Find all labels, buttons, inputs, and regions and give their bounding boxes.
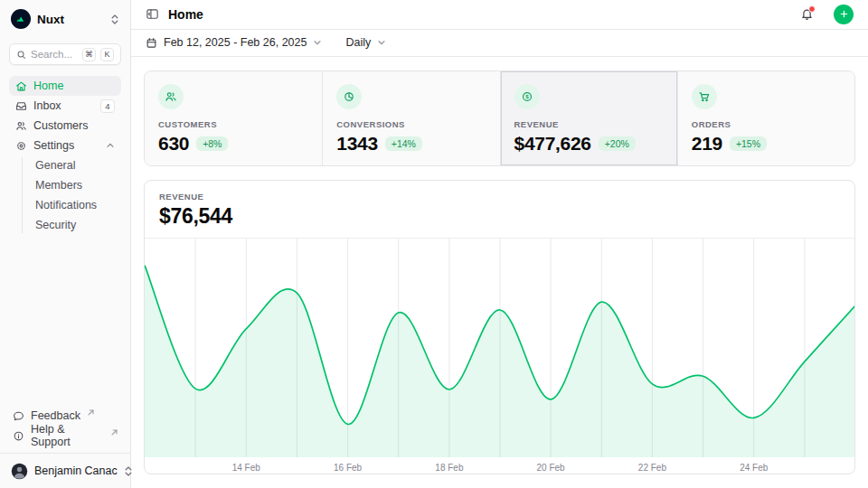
chevron-up-icon (106, 141, 115, 150)
date-range-picker[interactable]: Feb 12, 2025 - Feb 26, 2025 (146, 36, 322, 49)
x-axis-tick-label: 20 Feb (537, 463, 566, 473)
plus-icon (839, 9, 849, 19)
chevron-down-icon (313, 38, 322, 47)
dashboard-content: CUSTOMERS 630 +8% CONVERSIONS 1343 +14% (131, 57, 868, 488)
chart-metric-label: REVENUE (159, 192, 840, 202)
info-icon (13, 430, 24, 442)
select-chevrons-icon (110, 14, 119, 25)
sidebar-item-inbox[interactable]: Inbox 4 (9, 96, 121, 116)
stat-delta-badge: +8% (196, 136, 228, 151)
page-title: Home (168, 7, 791, 22)
footer-item-label: Help & Support (31, 423, 104, 448)
stat-value: $477,626 (514, 133, 591, 155)
sidebar: Nuxt ⌘ K Home Inbo (0, 0, 131, 488)
calendar-icon (146, 37, 157, 49)
sidebar-item-label: Notifications (35, 199, 97, 211)
chevron-down-icon (377, 38, 386, 47)
stat-label: CONVERSIONS (336, 119, 486, 129)
stat-card-conversions[interactable]: CONVERSIONS 1343 +14% (322, 71, 499, 165)
notifications-bell-button[interactable] (800, 7, 814, 21)
stat-delta-badge: +20% (599, 136, 636, 151)
sidebar-item-members[interactable]: Members (32, 175, 121, 195)
stat-delta-badge: +14% (385, 136, 422, 151)
sidebar-footer: Feedback Help & Support Benjamin (9, 406, 121, 483)
nuxt-logo-icon (11, 9, 31, 29)
stat-card-revenue[interactable]: $ REVENUE $477,626 +20% (500, 71, 677, 165)
x-axis-tick-label: 16 Feb (334, 463, 363, 473)
help-support-link[interactable]: Help & Support (9, 426, 121, 446)
sidebar-item-label: Security (35, 219, 76, 231)
settings-children: General Members Notifications Security (9, 155, 121, 235)
stats-row: CUSTOMERS 630 +8% CONVERSIONS 1343 +14% (144, 70, 855, 166)
pie-chart-icon (336, 84, 362, 109)
stat-value: 630 (158, 133, 189, 155)
external-link-icon (88, 409, 94, 416)
divider (0, 453, 130, 454)
stat-label: ORDERS (692, 119, 841, 129)
inbox-icon (15, 100, 27, 112)
sidebar-item-label: Members (35, 179, 82, 192)
home-icon (15, 80, 27, 92)
search-icon (16, 50, 26, 60)
sidebar-nav: Home Inbox 4 Customers Settings (9, 76, 121, 235)
sidebar-item-general[interactable]: General (32, 155, 121, 175)
main-area: Home Feb 12, 2025 - Feb 26, 2025 Daily (131, 0, 868, 488)
x-axis-tick-label: 18 Feb (435, 463, 464, 473)
sidebar-collapse-button[interactable] (146, 7, 159, 21)
stat-value: 1343 (336, 133, 378, 155)
workspace-selector[interactable]: Nuxt (9, 7, 121, 31)
search-box[interactable]: ⌘ K (9, 43, 121, 65)
x-axis-tick-label: 22 Feb (638, 463, 667, 473)
sidebar-item-label: General (35, 159, 75, 172)
granularity-select[interactable]: Daily (345, 36, 386, 49)
stat-label: CUSTOMERS (158, 119, 308, 129)
chart-header: REVENUE $76,544 (145, 181, 854, 239)
x-axis-tick-label: 24 Feb (740, 463, 769, 473)
kbd-k: K (100, 48, 114, 61)
sidebar-item-label: Customers (33, 119, 115, 132)
stat-value: 219 (692, 133, 722, 155)
stat-label: REVENUE (514, 119, 664, 129)
external-link-icon (111, 429, 118, 436)
filters-toolbar: Feb 12, 2025 - Feb 26, 2025 Daily (131, 30, 868, 57)
sidebar-item-security[interactable]: Security (32, 215, 121, 235)
revenue-area-chart[interactable]: 14 Feb16 Feb18 Feb20 Feb22 Feb24 Feb (145, 239, 855, 474)
workspace-name: Nuxt (37, 13, 104, 26)
sidebar-item-home[interactable]: Home (9, 76, 121, 96)
granularity-label: Daily (345, 36, 371, 49)
notification-dot (808, 5, 816, 13)
inbox-count-badge: 4 (100, 99, 115, 113)
search-input[interactable] (31, 49, 78, 60)
kbd-cmd: ⌘ (82, 48, 96, 61)
svg-text:$: $ (525, 93, 529, 99)
gear-icon (15, 140, 27, 152)
cart-icon (692, 84, 717, 109)
dollar-circle-icon: $ (514, 84, 540, 109)
user-name: Benjamin Canac (34, 465, 118, 477)
stat-card-customers[interactable]: CUSTOMERS 630 +8% (145, 71, 322, 165)
top-header: Home (131, 0, 868, 30)
revenue-chart-card: REVENUE $76,544 14 Feb16 Feb18 Feb20 Feb… (144, 180, 855, 474)
stat-delta-badge: +15% (730, 136, 767, 151)
user-menu[interactable]: Benjamin Canac (9, 459, 121, 483)
sidebar-item-label: Inbox (33, 99, 94, 112)
date-range-label: Feb 12, 2025 - Feb 26, 2025 (164, 36, 307, 49)
users-icon (158, 84, 184, 109)
app-root: Nuxt ⌘ K Home Inbo (0, 0, 868, 488)
select-chevrons-icon (124, 465, 133, 477)
sidebar-item-label: Home (33, 80, 115, 92)
x-axis-tick-label: 14 Feb (232, 463, 261, 473)
customers-icon (15, 120, 27, 132)
chat-bubble-icon (13, 410, 24, 422)
sidebar-item-settings[interactable]: Settings (9, 136, 121, 155)
add-button[interactable] (834, 5, 854, 24)
sidebar-item-notifications[interactable]: Notifications (32, 195, 121, 215)
chart-metric-value: $76,544 (159, 204, 840, 229)
avatar (11, 463, 28, 480)
stat-card-orders[interactable]: ORDERS 219 +15% (677, 71, 854, 165)
sidebar-item-customers[interactable]: Customers (9, 116, 121, 136)
nav-rail (22, 157, 23, 233)
sidebar-item-label: Settings (33, 139, 99, 152)
footer-item-label: Feedback (31, 409, 80, 422)
